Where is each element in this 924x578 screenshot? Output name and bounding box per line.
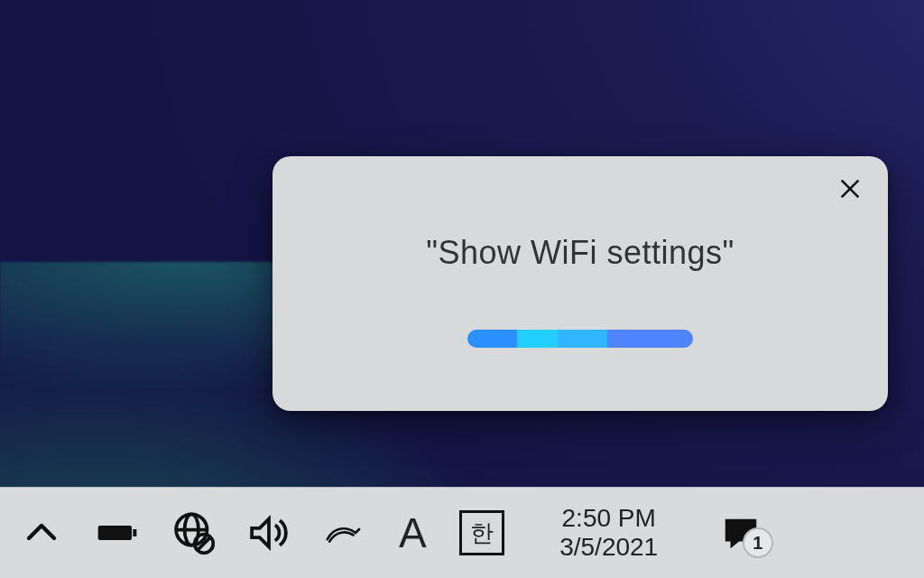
volume-icon [247, 511, 291, 555]
ime-mode[interactable]: A [399, 488, 427, 578]
close-icon [837, 176, 863, 201]
battery-icon [96, 511, 139, 555]
volume-status[interactable] [247, 488, 291, 578]
date-text: 3/5/2021 [559, 533, 658, 562]
svg-marker-9 [252, 519, 269, 547]
clock[interactable]: 2:50 PM 3/5/2021 [537, 504, 681, 562]
windows-ink[interactable] [323, 488, 366, 578]
time-text: 2:50 PM [562, 504, 656, 533]
show-hidden-icons[interactable] [20, 488, 63, 578]
hangul-indicator: 한 [459, 510, 504, 555]
network-status[interactable] [171, 488, 215, 578]
globe-no-internet-icon [171, 511, 215, 555]
notification-badge: 1 [743, 527, 773, 558]
close-button[interactable] [837, 176, 863, 201]
pen-icon [323, 511, 366, 555]
svg-rect-2 [98, 526, 132, 540]
svg-rect-3 [133, 529, 136, 536]
battery-status[interactable] [96, 488, 139, 578]
svg-rect-11 [730, 532, 745, 535]
taskbar: A 한 2:50 PM 3/5/2021 1 [0, 487, 924, 578]
hangul-label: 한 [470, 517, 494, 549]
cortana-popup: "Show WiFi settings" [273, 156, 888, 411]
notification-count: 1 [753, 533, 762, 554]
desktop: "Show WiFi settings" [0, 0, 924, 578]
ime-language[interactable]: 한 [459, 488, 504, 578]
chevron-up-icon [20, 511, 63, 555]
svg-rect-10 [730, 526, 751, 528]
action-center[interactable]: 1 [714, 506, 768, 560]
popup-text: "Show WiFi settings" [273, 234, 888, 272]
ime-letter: A [399, 508, 427, 557]
listening-progress [467, 330, 693, 348]
